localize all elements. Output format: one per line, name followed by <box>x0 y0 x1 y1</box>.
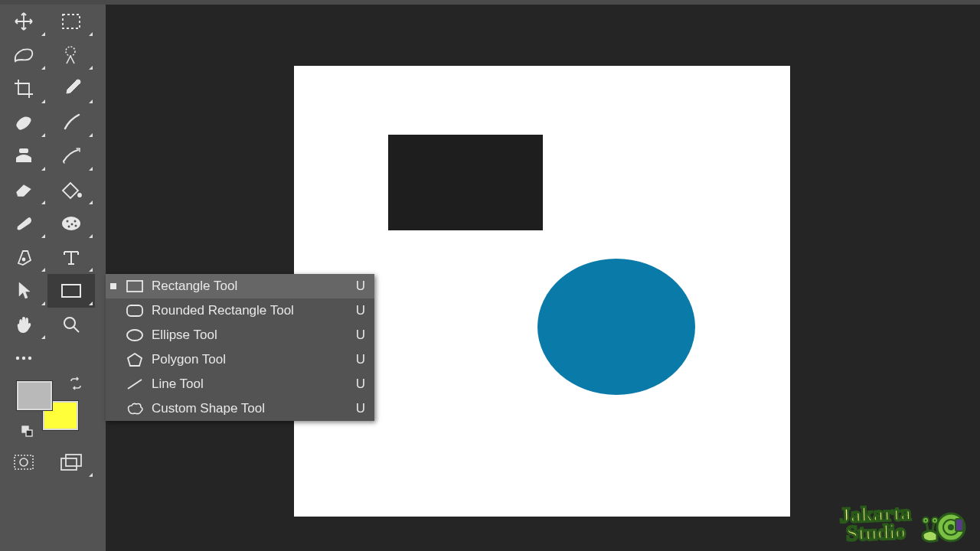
svg-point-36 <box>934 520 936 522</box>
svg-point-13 <box>64 318 75 328</box>
svg-rect-37 <box>956 519 963 531</box>
flyout-custom-shape-tool[interactable]: Custom Shape Tool U <box>106 396 374 421</box>
svg-point-30 <box>948 524 954 530</box>
flyout-label: Custom Shape Tool <box>152 401 347 416</box>
flyout-rounded-rectangle-tool[interactable]: Rounded Rectangle Tool U <box>106 298 374 323</box>
flyout-indicator <box>89 32 93 36</box>
flyout-indicator <box>89 201 93 204</box>
brush-tool[interactable] <box>47 106 95 139</box>
flyout-indicator <box>89 66 93 70</box>
flyout-label: Rectangle Tool <box>152 279 347 294</box>
selected-indicator <box>110 283 116 289</box>
ellipse-icon <box>124 326 145 344</box>
svg-point-7 <box>71 223 74 226</box>
zoom-tool[interactable] <box>47 308 95 341</box>
empty-cell <box>47 341 95 375</box>
lasso-tool[interactable] <box>0 38 47 72</box>
flyout-indicator <box>41 66 45 70</box>
selected-indicator <box>110 381 116 387</box>
svg-rect-23 <box>127 281 142 292</box>
flyout-indicator <box>41 32 45 36</box>
swap-colors-icon[interactable] <box>69 377 83 393</box>
flyout-shortcut: U <box>347 303 365 318</box>
svg-rect-21 <box>66 455 81 466</box>
svg-rect-0 <box>63 15 80 28</box>
svg-point-9 <box>68 226 70 228</box>
history-brush-tool[interactable] <box>47 139 95 173</box>
quick-mask-toggle[interactable] <box>0 445 47 479</box>
line-icon <box>124 375 145 393</box>
rectangle-shape[interactable] <box>388 135 543 230</box>
svg-rect-24 <box>127 305 142 316</box>
svg-point-20 <box>20 458 28 466</box>
svg-rect-22 <box>61 458 77 470</box>
flyout-indicator <box>41 99 45 103</box>
svg-rect-3 <box>19 148 28 153</box>
flyout-shortcut: U <box>347 377 365 392</box>
marquee-tool[interactable] <box>47 5 95 38</box>
more-tools[interactable] <box>0 341 47 375</box>
crop-tool[interactable] <box>0 72 47 106</box>
rectangle-tool[interactable] <box>47 274 95 308</box>
flyout-line-tool[interactable]: Line Tool U <box>106 372 374 396</box>
svg-point-15 <box>22 357 25 360</box>
sponge-tool[interactable] <box>47 207 95 240</box>
type-tool[interactable] <box>47 240 95 274</box>
flyout-indicator <box>89 167 93 171</box>
flyout-rectangle-tool[interactable]: Rectangle Tool U <box>106 274 374 298</box>
tool-panel <box>0 5 106 551</box>
eraser-tool[interactable] <box>0 173 47 207</box>
path-selection-tool[interactable] <box>0 274 47 308</box>
svg-point-14 <box>16 357 19 360</box>
foreground-color-swatch[interactable] <box>17 381 52 410</box>
flyout-indicator <box>41 201 45 204</box>
quick-select-tool[interactable] <box>47 38 95 72</box>
ellipse-shape[interactable] <box>537 259 695 395</box>
hand-tool[interactable] <box>0 308 47 341</box>
flyout-indicator <box>89 302 93 305</box>
screen-mode-toggle[interactable] <box>47 445 95 479</box>
svg-point-8 <box>74 220 77 223</box>
flyout-indicator <box>41 133 45 137</box>
watermark-line2: Studio <box>840 522 912 543</box>
flyout-shortcut: U <box>347 279 365 294</box>
selected-indicator <box>110 357 116 363</box>
svg-point-1 <box>66 47 75 56</box>
selected-indicator <box>110 308 116 314</box>
flyout-label: Line Tool <box>152 377 347 392</box>
default-colors-icon[interactable] <box>21 425 34 441</box>
flyout-indicator <box>89 268 93 272</box>
selected-indicator <box>110 332 116 338</box>
flyout-shortcut: U <box>347 352 365 367</box>
rounded-rectangle-icon <box>124 302 145 320</box>
flyout-polygon-tool[interactable]: Polygon Tool U <box>106 347 374 372</box>
pen-tool[interactable] <box>0 240 47 274</box>
healing-brush-tool[interactable] <box>0 106 47 139</box>
svg-line-27 <box>128 380 142 389</box>
flyout-ellipse-tool[interactable]: Ellipse Tool U <box>106 323 374 347</box>
svg-rect-12 <box>62 285 80 297</box>
flyout-shortcut: U <box>347 328 365 343</box>
svg-point-16 <box>28 357 31 360</box>
flyout-label: Polygon Tool <box>152 352 347 367</box>
watermark: Jakarta Studio <box>840 500 971 546</box>
top-strip <box>0 0 980 5</box>
svg-point-4 <box>78 194 81 197</box>
svg-point-10 <box>75 225 77 227</box>
flyout-label: Ellipse Tool <box>152 328 347 343</box>
svg-point-25 <box>127 330 142 341</box>
clone-stamp-tool[interactable] <box>0 139 47 173</box>
flyout-indicator <box>89 473 93 477</box>
shape-tool-flyout: Rectangle Tool U Rounded Rectangle Tool … <box>106 274 374 421</box>
snail-mascot-icon <box>917 500 971 546</box>
svg-point-35 <box>925 520 927 522</box>
flyout-indicator <box>89 234 93 238</box>
svg-point-6 <box>67 220 69 223</box>
paint-bucket-tool[interactable] <box>47 173 95 207</box>
eyedropper-tool[interactable] <box>47 72 95 106</box>
color-swatches <box>8 372 84 441</box>
polygon-icon <box>124 350 145 369</box>
dodge-tool[interactable] <box>0 207 47 240</box>
flyout-indicator <box>41 268 45 272</box>
move-tool[interactable] <box>0 5 47 38</box>
